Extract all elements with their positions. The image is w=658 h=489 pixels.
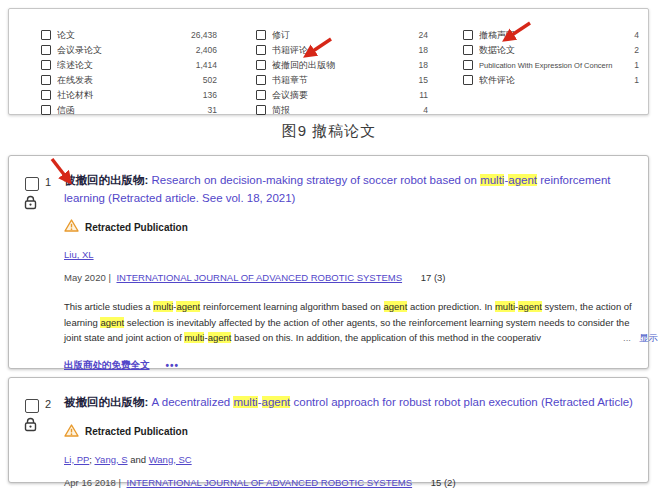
filter-option[interactable]: 书籍章节15 — [256, 75, 428, 85]
filter-option[interactable]: 论文26,438 — [41, 30, 217, 40]
filter-label: 会议摘要 — [272, 89, 415, 102]
filter-count: 31 — [208, 105, 217, 115]
figure-caption: 图9 撤稿论文 — [0, 122, 658, 141]
lock-icon — [24, 417, 37, 436]
filter-count: 24 — [419, 30, 428, 40]
checkbox-icon[interactable] — [256, 75, 266, 85]
filter-option[interactable]: 软件评论1 — [463, 75, 639, 85]
filter-count: 26,438 — [191, 30, 217, 40]
retracted-publication-badge: Retracted Publication — [64, 218, 634, 236]
filter-option[interactable]: 信函31 — [41, 105, 217, 115]
checkbox-icon[interactable] — [463, 75, 473, 85]
result-checkbox[interactable] — [25, 177, 39, 191]
filter-count: 1,414 — [196, 60, 217, 70]
result-content: 被撤回的出版物: Research on decision-making str… — [64, 172, 634, 372]
filter-column-1: 论文26,438 会议录论文2,406 综述论文1,414 在线发表502 社论… — [41, 30, 217, 115]
page: 论文26,438 会议录论文2,406 综述论文1,414 在线发表502 社论… — [0, 0, 658, 489]
show-more-row: ...显示更多 — [623, 330, 658, 346]
result-card-1: 1 被撤回的出版物: Research on decision-making s… — [8, 155, 649, 369]
filter-count: 1 — [634, 75, 639, 85]
filter-option[interactable]: 书籍评论18 — [256, 45, 428, 55]
filter-count: 502 — [203, 75, 217, 85]
abstract-text: ...显示更多 This article studies a multi-age… — [64, 299, 639, 346]
checkbox-icon[interactable] — [256, 30, 266, 40]
filter-option[interactable]: 社论材料136 — [41, 90, 217, 100]
document-type-filter-panel: 论文26,438 会议录论文2,406 综述论文1,414 在线发表502 社论… — [8, 8, 649, 115]
checkbox-icon[interactable] — [41, 90, 51, 100]
filter-label: 撤稿声明 — [479, 29, 630, 42]
filter-option[interactable]: 修订24 — [256, 30, 428, 40]
filter-column-2: 修订24 书籍评论18 被撤回的出版物18 书籍章节15 会议摘要11 简报4 — [256, 30, 428, 115]
result-number: 2 — [45, 398, 51, 410]
warning-triangle-icon — [64, 218, 79, 236]
filter-option[interactable]: 数据论文2 — [463, 45, 639, 55]
filter-label: 软件评论 — [479, 74, 630, 87]
volume-issue: 17 (3) — [421, 272, 446, 283]
checkbox-icon[interactable] — [41, 30, 51, 40]
filter-column-3: 撤稿声明4 数据论文2 Publication With Expression … — [463, 30, 639, 85]
filter-option[interactable]: 会议录论文2,406 — [41, 45, 217, 55]
retracted-publication-badge: Retracted Publication — [64, 423, 634, 441]
badge-label: Retracted Publication — [85, 222, 188, 233]
filter-label: 书籍评论 — [272, 44, 415, 57]
checkbox-icon[interactable] — [256, 105, 266, 115]
filter-label: 数据论文 — [479, 44, 630, 57]
lock-icon — [24, 195, 37, 214]
checkbox-icon[interactable] — [41, 60, 51, 70]
filter-count: 4 — [634, 30, 639, 40]
checkbox-icon[interactable] — [256, 90, 266, 100]
filter-label: 信函 — [57, 104, 204, 117]
filter-count: 11 — [419, 90, 428, 100]
checkbox-icon[interactable] — [41, 105, 51, 115]
filter-count: 136 — [203, 90, 217, 100]
result-footer: 出版商处的免费全文 ••• — [64, 359, 634, 372]
filter-label: 综述论文 — [57, 59, 192, 72]
free-full-text-link[interactable]: 出版商处的免费全文 — [64, 359, 150, 372]
result-title-link[interactable]: 被撤回的出版物: Research on decision-making str… — [64, 172, 634, 207]
checkbox-icon[interactable] — [256, 45, 266, 55]
result-number: 1 — [45, 176, 51, 188]
filter-label: 被撤回的出版物 — [272, 59, 415, 72]
warning-triangle-icon — [64, 423, 79, 441]
filter-option[interactable]: 在线发表502 — [41, 75, 217, 85]
source-line: May 2020 | INTERNATIONAL JOURNAL OF ADVA… — [64, 272, 634, 283]
badge-label: Retracted Publication — [85, 426, 188, 437]
result-content: 被撤回的出版物: A decentralized multi-agent con… — [64, 394, 634, 488]
filter-option[interactable]: Publication With Expression Of Concern1 — [463, 60, 639, 70]
filter-label: 会议录论文 — [57, 44, 192, 57]
filter-label: 修订 — [272, 29, 415, 42]
source-line: Apr 16 2018 | INTERNATIONAL JOURNAL OF A… — [64, 477, 634, 488]
filter-count: 2 — [634, 45, 639, 55]
journal-link[interactable]: INTERNATIONAL JOURNAL OF ADVANCED ROBOTI… — [127, 477, 413, 488]
result-card-2: 2 被撤回的出版物: A decentralized multi-agent c… — [8, 377, 649, 483]
checkbox-icon[interactable] — [463, 60, 473, 70]
document-type-prefix: 被撤回的出版物: — [64, 174, 148, 186]
checkbox-icon[interactable] — [463, 30, 473, 40]
filter-label: 社论材料 — [57, 89, 199, 102]
filter-option[interactable]: 会议摘要11 — [256, 90, 428, 100]
checkbox-icon[interactable] — [41, 45, 51, 55]
checkbox-icon[interactable] — [256, 60, 266, 70]
filter-label: 论文 — [57, 29, 187, 42]
filter-label: 简报 — [272, 104, 419, 117]
result-checkbox[interactable] — [25, 399, 39, 413]
author-links[interactable]: Liu, XL — [64, 249, 634, 260]
filter-option[interactable]: 综述论文1,414 — [41, 60, 217, 70]
filter-count: 2,406 — [196, 45, 217, 55]
filter-count: 15 — [419, 75, 428, 85]
checkbox-icon[interactable] — [463, 45, 473, 55]
author-links[interactable]: Li, PP; Yang, S and Wang, SC — [64, 454, 634, 465]
filter-label: Publication With Expression Of Concern — [479, 61, 630, 70]
filter-option-retracted-publication[interactable]: 被撤回的出版物18 — [256, 60, 428, 70]
filter-option[interactable]: 简报4 — [256, 105, 428, 115]
checkbox-icon[interactable] — [41, 75, 51, 85]
result-title-link[interactable]: 被撤回的出版物: A decentralized multi-agent con… — [64, 394, 634, 412]
journal-link[interactable]: INTERNATIONAL JOURNAL OF ADVANCED ROBOTI… — [116, 272, 402, 283]
result-title-text[interactable]: A decentralized multi-agent control appr… — [152, 396, 633, 408]
publication-date: May 2020 — [64, 272, 106, 283]
more-options-button[interactable]: ••• — [166, 360, 180, 371]
filter-count: 18 — [419, 45, 428, 55]
show-more-link[interactable]: 显示更多 — [639, 332, 658, 343]
filter-option-retraction-notice[interactable]: 撤稿声明4 — [463, 30, 639, 40]
filter-count: 4 — [423, 105, 428, 115]
